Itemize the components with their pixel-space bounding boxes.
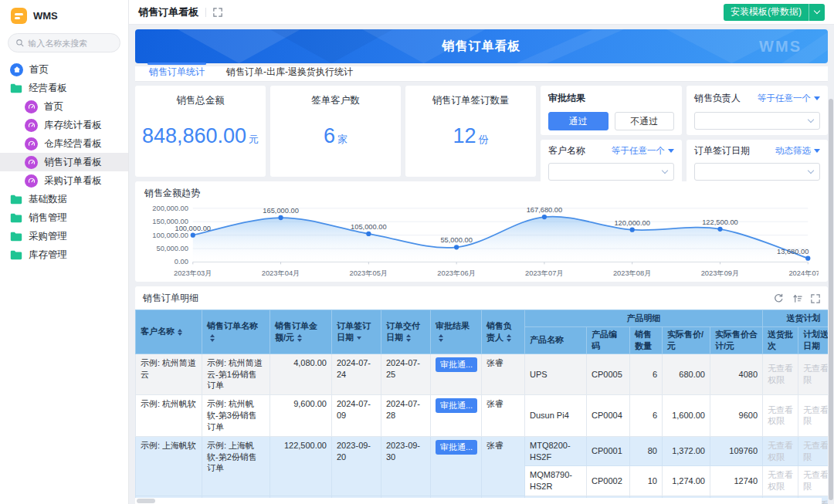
fullscreen-icon[interactable] <box>811 294 820 303</box>
column-header[interactable]: 订单交付日期 <box>381 310 431 354</box>
column-header[interactable]: 销售负责人 <box>482 310 525 354</box>
refresh-icon[interactable] <box>774 293 784 303</box>
search-icon <box>15 38 24 48</box>
triangle-down-icon <box>814 96 820 100</box>
sign-date-select[interactable] <box>694 163 820 181</box>
filter-sales-owner: 销售负责人 等于任意一个 <box>687 86 828 135</box>
filter-label: 订单签订日期 <box>694 144 750 157</box>
sort-icon <box>210 334 215 342</box>
sidebar-group-label: 采购管理 <box>29 230 67 243</box>
column-header[interactable]: 订单签订日期 <box>332 310 381 354</box>
sub-column-header: 销售数量 <box>630 327 663 354</box>
filter-operator-dropdown[interactable]: 等于任意一个 <box>758 93 820 104</box>
svg-text:2023年07月: 2023年07月 <box>525 269 564 277</box>
order-cell: 4,080.00 <box>270 353 332 395</box>
svg-text:2023年05月: 2023年05月 <box>350 269 388 277</box>
sort-settings-icon[interactable] <box>792 293 802 303</box>
order-cell: 122,500.00 <box>270 436 332 496</box>
product-cell: CP0004 <box>587 395 630 437</box>
sidebar-group-base-data[interactable]: 基础数据 <box>0 190 128 208</box>
product-cell: 4080 <box>710 353 763 395</box>
filter-operator-dropdown[interactable]: 动态筛选 <box>775 145 820 157</box>
sub-column-header: 产品编码 <box>587 327 630 354</box>
stat-unit: 元 <box>249 133 259 147</box>
tab-label: 销售订单统计 <box>149 66 205 77</box>
sales-owner-select[interactable] <box>694 112 820 130</box>
sidebar-item-label: 采购订单看板 <box>44 174 102 188</box>
sidebar-item-home[interactable]: 首页 <box>0 60 128 79</box>
filter-label: 客户名称 <box>548 144 585 157</box>
approval-fail-button[interactable]: 不通过 <box>615 112 675 130</box>
table-row[interactable]: 示例: 上海帆软示例: 上海帆软-第2份销售订单122,500.002023-0… <box>136 436 829 466</box>
fullscreen-icon[interactable] <box>213 8 222 17</box>
sub-column-header: 计划送货日期 <box>798 327 828 354</box>
dashboard-icon <box>25 100 38 113</box>
stat-card-total-sales: 销售总金额 848,860.00元 <box>135 86 266 177</box>
sales-order-detail-panel: 销售订单明细 客户名称销售订单名称销售订单金额/元订单签订日期订单交付日期审批结… <box>135 286 828 504</box>
sales-order-table: 客户名称销售订单名称销售订单金额/元订单签订日期订单交付日期审批结果销售负责人产… <box>135 310 828 504</box>
sales-trend-chart: 0.0050,000.00100,000.00150,000.00200,000… <box>144 201 819 280</box>
chevron-down-icon <box>814 8 820 14</box>
sidebar-group-label: 基础数据 <box>29 193 67 206</box>
order-cell: 2023-09-20 <box>332 436 381 496</box>
product-cell: 1,600.00 <box>663 395 710 437</box>
product-cell: 109760 <box>710 436 763 466</box>
approval-pass-button[interactable]: 通过 <box>548 112 609 130</box>
table-row[interactable]: 示例: 杭州帆软示例: 杭州帆软-第3份销售订单9,600.002024-07-… <box>136 395 829 437</box>
install-template-dropdown[interactable] <box>809 4 825 21</box>
product-cell: CP0005 <box>587 353 630 395</box>
customer-select[interactable] <box>548 163 674 181</box>
vertical-scrollbar[interactable] <box>829 99 833 500</box>
product-cell: 无查看权限 <box>763 395 798 437</box>
banner-watermark: WMS <box>759 38 802 56</box>
filter-operator-dropdown[interactable]: 等于任意一个 <box>612 145 674 157</box>
filter-operator-label: 动态筛选 <box>775 145 811 157</box>
column-header[interactable]: 销售订单名称 <box>202 310 270 354</box>
dashboard-icon <box>25 174 38 188</box>
product-cell: 无查看权限 <box>763 353 798 395</box>
product-cell: 无查看权限 <box>798 466 828 496</box>
filter-approval-result: 审批结果 通过 不通过 <box>541 86 682 135</box>
tab-sales-order-stats[interactable]: 销售订单统计 <box>140 63 214 81</box>
sidebar-item-sales-order-board[interactable]: 销售订单看板 <box>0 153 128 171</box>
sidebar-item-board-home[interactable]: 首页 <box>0 97 128 116</box>
scrollbar-thumb[interactable] <box>137 499 155 503</box>
dashboard-icon <box>25 156 38 169</box>
table-row[interactable]: 示例: 杭州简道云示例: 杭州简道云-第1份销售订单4,080.002024-0… <box>136 353 829 395</box>
install-template-button[interactable]: 安装模板(带数据) <box>724 4 825 21</box>
sub-column-header: 实际售价/元 <box>663 327 710 354</box>
chevron-down-icon <box>808 167 814 174</box>
search-input[interactable] <box>28 39 113 48</box>
product-cell: 10 <box>630 466 663 496</box>
sidebar-item-label: 首页 <box>44 100 63 113</box>
stat-value: 12 <box>453 124 476 148</box>
product-cell: 80 <box>630 436 663 466</box>
sales-trend-panel: 销售金额趋势 0.0050,000.00100,000.00150,000.00… <box>135 181 828 282</box>
sidebar-group-label: 经营看板 <box>29 82 67 95</box>
order-cell: 2023-09-30 <box>381 436 431 496</box>
column-header[interactable]: 审批结果 <box>431 310 482 354</box>
svg-text:100,000.00: 100,000.00 <box>152 232 188 239</box>
column-header[interactable]: 客户名称 <box>136 310 202 354</box>
sort-icon <box>507 334 511 342</box>
horizontal-scrollbar[interactable] <box>135 498 822 504</box>
sidebar-search[interactable] <box>8 33 120 52</box>
tab-outbound-return-exec-stats[interactable]: 销售订单-出库-退换货执行统计 <box>217 63 362 81</box>
product-cell: 680.00 <box>663 353 710 395</box>
sidebar-item-inventory-stats-board[interactable]: 库存统计看板 <box>0 116 128 134</box>
sidebar-group-purchase-mgmt[interactable]: 采购管理 <box>0 227 128 245</box>
sidebar-group-sales-mgmt[interactable]: 销售管理 <box>0 208 128 227</box>
sidebar-group-inventory-mgmt[interactable]: 库存管理 <box>0 245 128 264</box>
order-cell: 示例: 杭州帆软 <box>136 395 202 437</box>
order-cell: 示例: 上海帆软 <box>136 436 202 496</box>
sidebar-item-purchase-order-board[interactable]: 采购订单看板 <box>0 171 128 190</box>
order-cell: 2024-07-09 <box>332 395 381 437</box>
column-header[interactable]: 销售订单金额/元 <box>270 310 332 354</box>
sidebar-group-business-boards[interactable]: 经营看板 <box>0 79 128 97</box>
sort-desc-icon <box>357 337 361 340</box>
order-cell: 示例: 杭州帆软-第3份销售订单 <box>202 395 270 437</box>
sidebar-item-warehouse-ops-board[interactable]: 仓库经营看板 <box>0 134 128 153</box>
product-cell: MQM8790-HS2R <box>525 466 587 496</box>
dashboard-tabbar: 销售订单统计 销售订单-出库-退换货执行统计 <box>135 66 828 82</box>
sort-icon <box>178 329 182 337</box>
